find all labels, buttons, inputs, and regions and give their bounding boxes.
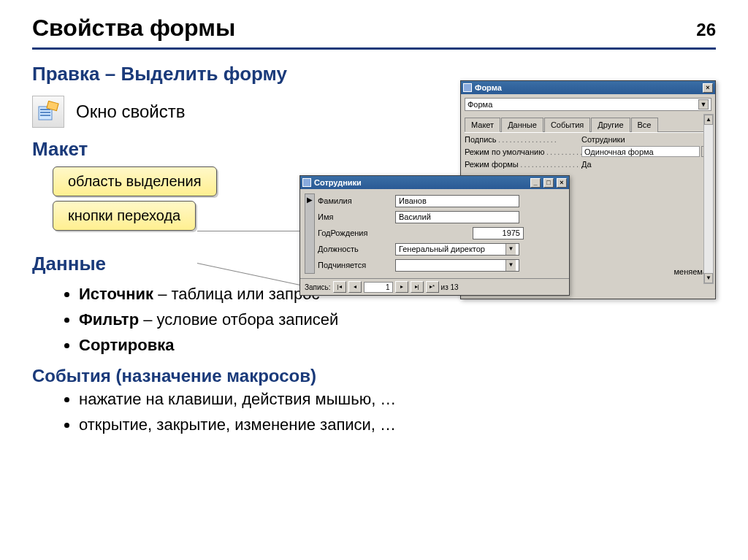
callout-selection-area: область выделения (53, 166, 217, 196)
field-input[interactable]: Иванов (395, 195, 519, 207)
object-selector[interactable]: Форма ▼ (465, 98, 711, 111)
tab-other[interactable]: Другие (591, 118, 630, 132)
field-label: Имя (318, 212, 391, 221)
properties-icon[interactable] (32, 96, 64, 128)
tab-all[interactable]: Все (631, 118, 658, 132)
tab-data[interactable]: Данные (501, 118, 543, 132)
property-label: Режим по умолчанию (465, 147, 581, 156)
record-selector[interactable]: ▶ (305, 193, 315, 274)
nav-current-record[interactable]: 1 (364, 282, 393, 293)
field-value: Генеральный директор (399, 245, 485, 253)
field-combo[interactable]: Генеральный директор▼ (395, 243, 519, 256)
property-label: Режим формы (465, 160, 581, 169)
property-value: Да (581, 160, 592, 169)
tab-events[interactable]: События (544, 118, 590, 132)
page-number: 26 (696, 20, 716, 40)
callout-nav-buttons: кнопки перехода (53, 201, 196, 231)
form-field-row: Имя Василий (318, 210, 565, 224)
record-navigation-bar: Запись: |◂ ◂ 1 ▸ ▸| ▸* из 13 (300, 278, 569, 295)
property-row[interactable]: Подпись Сотрудники (465, 133, 711, 145)
field-input[interactable]: 1975 (473, 227, 524, 239)
field-label: Должность (318, 245, 391, 253)
nav-label: Запись: (305, 283, 331, 291)
scroll-up-button[interactable]: ▲ (704, 115, 713, 125)
nav-prev-button[interactable]: ◂ (348, 281, 362, 293)
slide-title: Свойства формы (32, 15, 235, 42)
scroll-down-button[interactable]: ▼ (704, 273, 713, 283)
nav-new-button[interactable]: ▸* (426, 281, 439, 293)
form-field-row: Должность Генеральный директор▼ (318, 242, 565, 256)
window-icon (463, 83, 472, 92)
svg-rect-3 (40, 115, 50, 116)
employee-window-title: Сотрудники (314, 178, 362, 187)
object-selector-value: Форма (468, 100, 492, 109)
nav-next-button[interactable]: ▸ (395, 281, 408, 293)
vertical-scrollbar[interactable]: ▲ ▼ (703, 114, 714, 284)
nav-first-button[interactable]: |◂ (333, 281, 346, 293)
form-field-row: Подчиняется ▼ (318, 258, 565, 272)
nav-of-label: из 13 (441, 283, 459, 291)
dropdown-arrow-icon[interactable]: ▼ (698, 99, 709, 110)
property-value: Одиночная форма (581, 146, 700, 157)
nav-last-button[interactable]: ▸| (411, 281, 424, 293)
field-label: ГодРождения (318, 229, 391, 237)
event-bullet-1: нажатие на клавиши, действия мышью, … (79, 386, 716, 412)
employee-form-window[interactable]: Сотрудники _ □ × ▶ Фамилия Иванов Имя Ва… (299, 175, 570, 296)
window-icon (302, 178, 311, 187)
property-value: Сотрудники (581, 135, 625, 144)
maximize-button[interactable]: □ (543, 178, 554, 188)
field-combo[interactable]: ▼ (395, 259, 519, 272)
minimize-button[interactable]: _ (530, 178, 541, 188)
event-bullet-2: открытие, закрытие, изменение записи, … (79, 412, 716, 437)
section-events: События (назначение макросов) (32, 366, 716, 386)
form-field-row: ГодРождения 1975 (318, 226, 565, 240)
field-label: Подчиняется (318, 261, 391, 269)
property-row[interactable]: Режим по умолчанию Одиночная форма▼ (465, 145, 711, 158)
form-field-row: Фамилия Иванов (318, 193, 565, 208)
record-marker-icon: ▶ (305, 194, 314, 205)
properties-window-title: Форма (475, 83, 502, 92)
properties-icon-label: Окно свойств (76, 101, 185, 122)
field-input[interactable]: Василий (395, 211, 519, 223)
property-row[interactable]: Режим формы Да (465, 158, 711, 170)
close-button[interactable]: × (703, 83, 713, 93)
close-button[interactable]: × (557, 178, 567, 188)
dropdown-icon[interactable]: ▼ (505, 260, 516, 271)
svg-rect-2 (40, 112, 50, 113)
tab-maket[interactable]: Макет (465, 118, 500, 132)
title-divider (32, 47, 716, 50)
dropdown-icon[interactable]: ▼ (505, 244, 516, 255)
property-label: Подпись (465, 135, 581, 144)
field-label: Фамилия (318, 196, 391, 205)
data-bullet-3: Сортировка (79, 332, 716, 358)
